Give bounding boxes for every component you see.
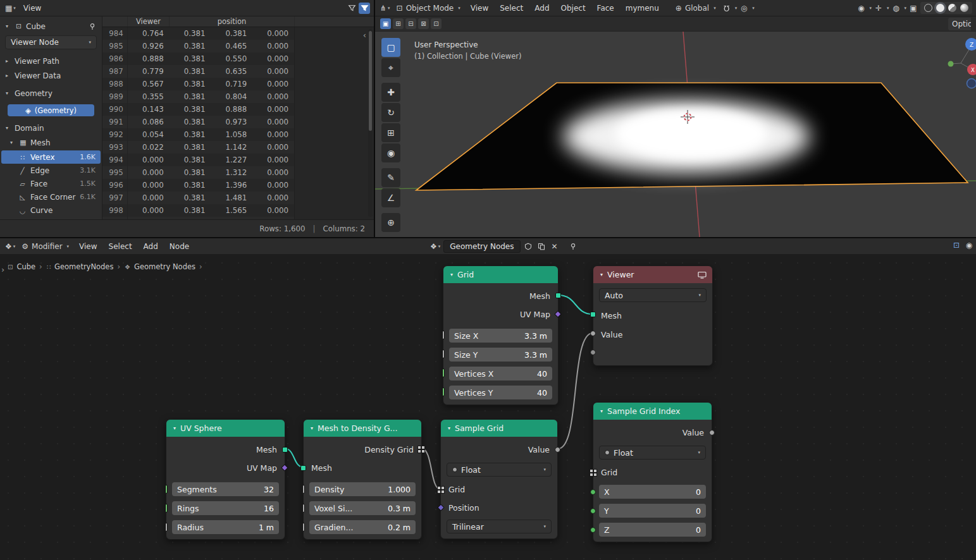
node-graph-area[interactable]: › ⊡ Cube › ∷ GeometryNodes › ❖ Geometry …	[0, 255, 976, 560]
node-mesh-to-density-header[interactable]: ▾ Mesh to Density G...	[304, 420, 421, 437]
wire-densitygrid-to-samplegrid[interactable]	[422, 449, 440, 489]
menu-item[interactable]: View	[466, 2, 493, 15]
menu-item[interactable]: Object	[556, 2, 591, 15]
shading-rendered-icon[interactable]	[960, 4, 968, 12]
domain-row[interactable]: ∷ Vertex 1.6K	[1, 150, 101, 164]
wire-grid-mesh-to-viewer[interactable]	[559, 295, 593, 314]
fake-user-shield-icon[interactable]	[522, 241, 534, 252]
socket-vertices-x-input[interactable]	[442, 368, 445, 377]
domain-row[interactable]: ▱ Face 1.5K	[1, 177, 101, 190]
editor-type-viewport-icon[interactable]: ⋔▾	[379, 3, 392, 14]
node-number-field[interactable]: Rings 16	[172, 501, 279, 515]
menu-view[interactable]: View	[18, 2, 46, 15]
node-number-field[interactable]: Y 0	[599, 504, 706, 518]
socket-value-output[interactable]	[709, 430, 715, 435]
node-number-field[interactable]: Vertices X 40	[449, 367, 552, 380]
tool-measure-icon[interactable]: ∠	[381, 188, 400, 207]
proportional-editing-icon[interactable]: ◎	[738, 3, 750, 14]
node-uv-sphere[interactable]: ▾ UV Sphere Mesh UV Map Segments 32 Ring…	[166, 419, 285, 540]
pin-icon[interactable]	[89, 23, 96, 30]
socket-mesh-input[interactable]	[300, 465, 306, 471]
socket-value-output[interactable]	[555, 447, 560, 453]
section-domain[interactable]: ▾ Domain	[0, 121, 102, 135]
close-icon[interactable]: ✕	[549, 241, 560, 252]
options-tab[interactable]: Optio	[948, 18, 971, 30]
data-type-dropdown[interactable]: Float ▾	[447, 463, 552, 477]
socket-radius-input[interactable]	[165, 523, 168, 532]
node-viewer-header[interactable]: ▾ Viewer	[593, 266, 712, 283]
shading-solid-icon[interactable]	[936, 4, 944, 12]
table-scrollbar[interactable]	[368, 29, 373, 217]
socket-grid-input[interactable]	[590, 470, 596, 476]
node-number-field[interactable]: Density 1.000	[309, 482, 416, 496]
section-viewer-path[interactable]: ▸ Viewer Path	[0, 54, 102, 68]
socket-voxel-size-input[interactable]	[302, 504, 305, 513]
overlay-icon[interactable]: ◉	[963, 240, 975, 251]
pin-icon[interactable]	[567, 241, 579, 252]
socket-extra-input[interactable]	[590, 350, 596, 355]
node-number-field[interactable]: Vertices Y 40	[449, 386, 552, 399]
node-grid[interactable]: ▾ Grid Mesh UV Map Size X 3.3 m Size Y 3…	[443, 265, 559, 405]
node-number-field[interactable]: Radius 1 m	[172, 520, 279, 534]
domain-row[interactable]: ╱ Edge 3.1K	[1, 164, 101, 177]
copy-icon[interactable]	[536, 241, 547, 252]
node-grid-header[interactable]: ▾ Grid	[443, 266, 558, 283]
node-uv-sphere-header[interactable]: ▾ UV Sphere	[166, 420, 285, 437]
node-number-field[interactable]: Z 0	[599, 523, 706, 537]
tool-annotate-icon[interactable]: ✎	[381, 168, 400, 187]
filter-toggle-icon[interactable]	[359, 3, 370, 14]
socket-density-input[interactable]	[302, 485, 305, 494]
xray-toggle-icon[interactable]: ▣	[908, 3, 919, 14]
editor-type-node-icon[interactable]: ❖▾	[4, 241, 16, 252]
select-mode-subtract-icon[interactable]: ⊟	[405, 18, 416, 29]
visibility-dropdown-icon[interactable]: ◉	[855, 3, 867, 14]
menu-item[interactable]: Select	[495, 2, 528, 15]
filter-options-icon[interactable]	[346, 3, 357, 14]
socket-value-input[interactable]	[590, 331, 596, 336]
node-number-field[interactable]: Segments 32	[172, 482, 279, 496]
socket-vertices-y-input[interactable]	[442, 387, 445, 396]
section-mesh[interactable]: ▾ ▦ Mesh	[0, 135, 102, 150]
editor-type-spreadsheet-icon[interactable]: ▦▾	[4, 3, 17, 14]
select-mode-extend-icon[interactable]: ⊞	[393, 18, 404, 29]
panel-collapse-icon[interactable]: ‹	[363, 30, 366, 40]
node-number-field[interactable]: Size X 3.3 m	[449, 329, 552, 343]
snap-icon[interactable]: ⊡	[951, 240, 962, 251]
socket-size-x-input[interactable]	[442, 331, 445, 339]
node-number-field[interactable]: Voxel Si... 0.3 m	[309, 501, 416, 515]
socket-density-grid-output[interactable]	[418, 446, 424, 453]
navigation-gizmo[interactable]: Z X	[948, 38, 976, 88]
node-number-field[interactable]: Gradien... 0.2 m	[309, 520, 416, 534]
mode-dropdown[interactable]: ⊡ Object Mode ▾	[393, 3, 464, 14]
select-mode-intersect-icon[interactable]: ⊡	[431, 18, 442, 29]
tool-transform-icon[interactable]: ◉	[381, 143, 400, 162]
node-number-field[interactable]: Size Y 3.3 m	[449, 348, 552, 362]
socket-mesh-output[interactable]	[555, 293, 561, 298]
tool-select-box-icon[interactable]: ▢	[381, 38, 400, 57]
tool-move-icon[interactable]: ✚	[381, 83, 400, 102]
node-number-field[interactable]: X 0	[599, 485, 706, 499]
overlays-dropdown-icon[interactable]: ◍	[890, 3, 901, 14]
snap-magnet-icon[interactable]: Ω	[721, 3, 732, 14]
select-mode-invert-icon[interactable]: ⊠	[418, 18, 429, 29]
node-sample-grid-index-header[interactable]: ▾ Sample Grid Index	[593, 403, 712, 420]
socket-z-input[interactable]	[590, 527, 596, 533]
scrollbar-thumb[interactable]	[369, 31, 372, 131]
menu-item[interactable]: Add	[139, 240, 163, 253]
node-sample-grid[interactable]: ▾ Sample Grid Value Float ▾ Grid Positio…	[440, 419, 558, 539]
wire-samplegrid-value-to-viewer[interactable]	[558, 333, 593, 449]
menu-item[interactable]: Add	[529, 2, 554, 15]
viewer-domain-dropdown[interactable]: Auto ▾	[599, 288, 707, 302]
interpolation-dropdown[interactable]: Trilinear ▾	[447, 520, 552, 533]
select-mode-new-icon[interactable]: ▣	[380, 18, 391, 29]
modifier-dropdown[interactable]: ⚙ Modifier ▾	[18, 241, 73, 252]
tool-add-primitive-icon[interactable]: ⊕	[381, 213, 400, 232]
breadcrumb-item[interactable]: ❖ Geometry Nodes ›	[125, 262, 202, 271]
domain-row[interactable]: ◡ Curve	[1, 204, 101, 217]
socket-size-y-input[interactable]	[442, 350, 445, 358]
data-type-dropdown[interactable]: Float ▾	[599, 446, 706, 460]
socket-x-input[interactable]	[590, 489, 596, 495]
viewer-node-dropdown[interactable]: Viewer Node ▾	[5, 35, 97, 49]
menu-item[interactable]: mymenu	[621, 2, 664, 15]
shading-material-icon[interactable]	[948, 4, 956, 12]
